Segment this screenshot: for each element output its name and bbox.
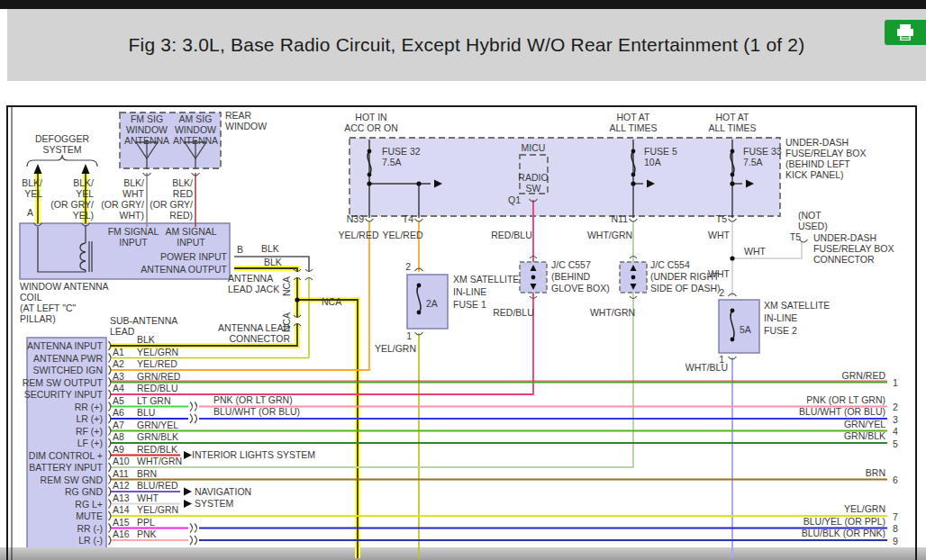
- connector-break: [293, 318, 302, 323]
- diagram-label: BLU/BLK (OR PNK): [802, 528, 885, 538]
- diagram-label: BLK: [261, 243, 279, 254]
- diagram-label: FUSE 32: [382, 146, 421, 157]
- diagram-label: DIM CONTROL +: [29, 450, 103, 461]
- diagram-label: ANTENNA INPUT: [27, 340, 104, 351]
- junction-dot: [367, 181, 371, 185]
- xm-inline-fuse-2-terminal: [731, 309, 735, 313]
- diagram-label: BLK: [264, 257, 282, 267]
- diagram-label: RED/BLU: [137, 383, 178, 393]
- diagram-label: BLU/WHT (OR BLU): [213, 406, 300, 417]
- diagram-label: FM SIG: [131, 113, 163, 124]
- diagram-label: 1: [406, 330, 412, 341]
- diagram-label: 7: [893, 511, 898, 522]
- diagram-label: YEL/GRN: [375, 343, 416, 354]
- diagram-label: A14: [113, 504, 130, 515]
- diagram-label: A4: [113, 383, 124, 393]
- diagram-label: (BEHIND: [551, 271, 591, 282]
- diagram-label: A11: [113, 468, 129, 479]
- diagram-label: RADIO: [518, 172, 548, 183]
- diagram-label: A7: [113, 420, 124, 430]
- diagram-label: FUSE/RELAY BOX: [813, 243, 894, 254]
- diagram-label: N11: [612, 213, 629, 224]
- diagram-label: CONNECTOR: [813, 254, 875, 265]
- diagram-label: A16: [113, 528, 130, 539]
- diagram-label: A8: [113, 431, 124, 442]
- diagram-label: A15: [113, 517, 130, 528]
- radio-pin-bracket: [109, 451, 112, 460]
- diagram-label: WHT): [120, 210, 144, 221]
- diagram-label: RED/BLU: [491, 230, 532, 240]
- diagram-label: A1: [113, 347, 124, 357]
- diagram-label: 3: [893, 414, 898, 425]
- xm-inline-fuse-1-terminal: [417, 311, 422, 315]
- diagram-label: GRN/BLK: [844, 430, 885, 441]
- diagram-label: Q1: [508, 194, 521, 205]
- diagram-label: SYSTEM: [42, 144, 81, 155]
- diagram-label: A9: [113, 444, 124, 455]
- diagram-label: FM SIGNAL: [108, 226, 159, 237]
- diagram-label: RR (+): [75, 402, 103, 412]
- diagram-label: COIL: [20, 292, 42, 303]
- radio-pin-bracket: [109, 378, 112, 387]
- diagram-label: ANTENNA PWR: [33, 353, 103, 364]
- pin-arc: [366, 219, 374, 221]
- diagram-label: ALL TIMES: [609, 122, 657, 133]
- diagram-label: A: [27, 207, 33, 218]
- diagram-label: LEAD: [110, 326, 135, 337]
- diagram-label: AM SIGNAL: [165, 226, 216, 237]
- radio-pin-bracket: [109, 511, 112, 520]
- diagram-label: (OR GRY/: [150, 199, 193, 210]
- diagram-label: BLK/: [123, 177, 144, 188]
- diagram-label: NAVIGATION: [195, 486, 251, 497]
- diagram-label: YEL/RED: [339, 230, 379, 240]
- diagram-label: A2: [113, 358, 124, 369]
- app-window: Fig 3: 3.0L, Base Radio Circuit, Except …: [0, 0, 926, 560]
- diagram-label: T4: [403, 213, 413, 224]
- diagram-label: MICU: [522, 142, 546, 153]
- diagram-label: J/C C554: [650, 259, 690, 270]
- diagram-label: REM SW GND: [41, 474, 104, 485]
- diagram-label: 2A: [426, 298, 438, 309]
- diagram-label: PPL: [137, 517, 155, 528]
- nca-branch: [297, 300, 358, 558]
- jc-c554-junction-dot: [631, 275, 636, 280]
- diagram-label: YEL/RED: [137, 358, 177, 369]
- junction-dot: [730, 181, 734, 185]
- diagram-label: IN-LINE: [453, 286, 486, 297]
- diagram-label: SYSTEM: [195, 498, 233, 509]
- diagram-label: SW: [526, 183, 541, 194]
- radio-pin-bracket: [109, 402, 112, 411]
- fuse-33-terminal: [731, 149, 735, 154]
- diagram-label: N39: [347, 213, 364, 224]
- diagram-label: A10: [113, 456, 130, 466]
- diagram-label: ACC OR ON: [344, 122, 398, 133]
- diagram-label: REM SW OUTPUT: [23, 377, 104, 388]
- radio-pin-bracket: [109, 463, 112, 472]
- diagram-label: HOT AT: [716, 112, 750, 122]
- diagram-label: PILLAR): [20, 313, 56, 324]
- jc-c557-junction-dot: [531, 275, 536, 280]
- diagram-label: B: [237, 244, 243, 255]
- radio-pin-bracket: [109, 438, 112, 447]
- diagram-label: FUSE 1: [453, 299, 486, 310]
- diagram-label: MUTE: [76, 510, 103, 521]
- diagram-label: 1: [893, 377, 898, 388]
- radio-pin-bracket: [109, 341, 112, 350]
- diagram-label: BLU/WHT (OR BLU): [799, 406, 885, 417]
- diagram-label: RED/BLK: [137, 444, 177, 455]
- diagram-label: YEL/RED: [383, 230, 423, 240]
- diagram-label: 6: [893, 474, 898, 485]
- diagram-label: (OR GRY/: [101, 199, 144, 210]
- diagram-label: GLOVE BOX): [551, 283, 610, 294]
- diagram-label: 8: [893, 523, 898, 534]
- right-arrow: [184, 451, 192, 459]
- diagram-label: GRN/BLK: [137, 431, 178, 442]
- diagram-label: BRN: [866, 467, 885, 478]
- diagram-label: UNDER-DASH: [785, 137, 849, 148]
- radio-pin-bracket: [109, 536, 112, 545]
- fuse-33-terminal: [731, 173, 735, 177]
- radio-pin-bracket: [109, 354, 112, 363]
- diagram-label: 2: [405, 261, 411, 272]
- right-arrow: [184, 488, 192, 496]
- diagram-label: IN-LINE: [764, 312, 797, 323]
